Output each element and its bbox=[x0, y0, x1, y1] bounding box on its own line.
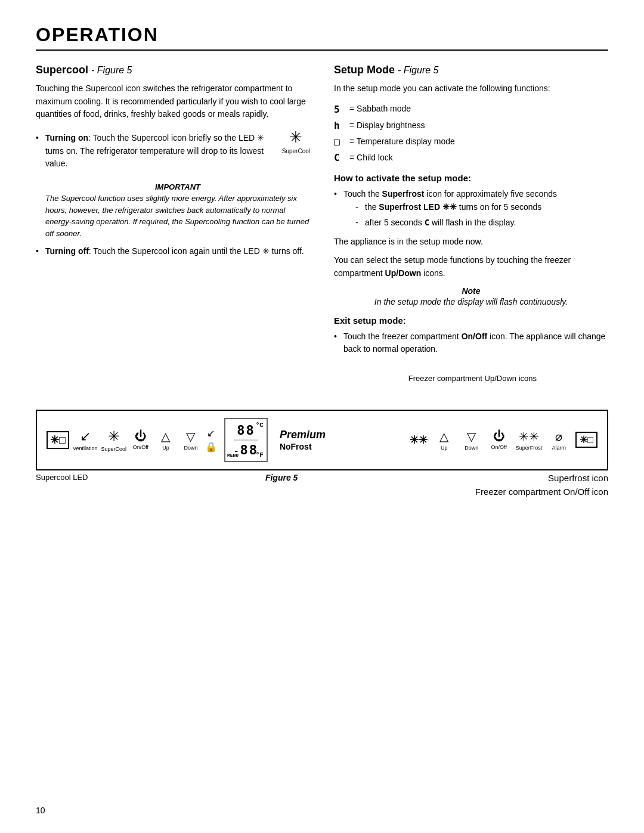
how-to-list: Touch the Superfrost icon for approximat… bbox=[334, 188, 608, 229]
symbol-brightness: h = Display brightness bbox=[334, 117, 608, 134]
appliance-text: The appliance is in the setup mode now. bbox=[334, 236, 608, 249]
alarm-lock-box: ✳□ bbox=[575, 432, 597, 448]
ventilation-icon: ↙ Ventilation bbox=[73, 429, 98, 451]
note-box: Note In the setup mode the display will … bbox=[334, 286, 608, 308]
note-title: Note bbox=[334, 286, 608, 296]
how-to-item: Touch the Superfrost icon for approximat… bbox=[334, 188, 608, 229]
setup-intro: In the setup mode you can activate the f… bbox=[334, 82, 608, 95]
sub-bullet-list: the Superfrost LED ✳✳ turns on for 5 sec… bbox=[355, 201, 608, 229]
exit-item: Touch the freezer compartment On/Off ico… bbox=[334, 330, 608, 356]
premium-label: Premium NoFrost bbox=[280, 429, 326, 451]
down-icon: ▽ Down bbox=[180, 429, 202, 451]
left-icons-group: ✳□ ↙ Ventilation ✳ SuperCool ⏻ On/Off △ … bbox=[47, 428, 217, 453]
symbol-temp-mode: □ = Temperature display mode bbox=[334, 134, 608, 150]
supercool-led-callout: Supercool LED bbox=[36, 473, 88, 482]
supercool-icon-label: SuperCool bbox=[282, 148, 310, 154]
figure-caption-area: Figure 5 bbox=[265, 473, 298, 482]
ventilation-supercool-icon: ✳□ bbox=[47, 431, 69, 449]
left-column: Supercool - Figure 5 Touching the Superc… bbox=[36, 64, 310, 362]
note-text: In the setup mode the display will flash… bbox=[334, 296, 608, 308]
sub-bullet-led: the Superfrost LED ✳✳ turns on for 5 sec… bbox=[355, 201, 608, 214]
display-box: °C 88 -88 MENU °F bbox=[224, 418, 268, 462]
title-text: Operation bbox=[36, 24, 159, 45]
superfrost-icon: ✳✳ SuperFrost bbox=[516, 429, 543, 451]
page-number: 10 bbox=[36, 806, 45, 815]
turning-off-item: Turning off: Touch the Supercool icon ag… bbox=[36, 245, 310, 258]
symbol-list: 5 = Sabbath mode h = Display brightness … bbox=[334, 101, 608, 166]
top-callout-label: Freezer compartment Up/Down icons bbox=[408, 374, 537, 383]
select-text: You can select the setup mode functions … bbox=[334, 254, 608, 280]
important-box: IMPORTANT The Supercool function uses sl… bbox=[45, 182, 310, 239]
alarm-icon: ⌀ Alarm bbox=[548, 429, 569, 451]
freezer-up-icon: △ Up bbox=[434, 429, 455, 451]
right-column: Setup Mode - Figure 5 In the setup mode … bbox=[334, 64, 608, 362]
exit-heading: Exit setup mode: bbox=[334, 315, 608, 326]
freezer-onoff-icon: ⏻ On/Off bbox=[488, 429, 510, 450]
exit-list: Touch the freezer compartment On/Off ico… bbox=[334, 330, 608, 356]
sub-bullet-flash: after 5 seconds C will flash in the disp… bbox=[355, 216, 608, 230]
symbol-sabbath: 5 = Sabbath mode bbox=[334, 101, 608, 117]
supercool-icon: ✳ SuperCool bbox=[101, 428, 126, 452]
temp-unit-f: °F bbox=[256, 451, 264, 459]
symbol-child-lock: C = Child lock bbox=[334, 150, 608, 166]
superfrost-led-indicator: ✳✳ bbox=[410, 433, 428, 447]
menu-label: MENU bbox=[227, 453, 239, 458]
bottom-callouts: Supercool LED Figure 5 Superfrost icon F… bbox=[36, 473, 608, 497]
how-to-heading: How to activate the setup mode: bbox=[334, 173, 608, 183]
figure-diagram: Freezer compartment Up/Down icons ✳□ ↙ V… bbox=[36, 374, 608, 497]
temp-unit-c: °C bbox=[256, 422, 264, 429]
supercool-heading: Supercool - Figure 5 bbox=[36, 64, 310, 76]
setup-mode-heading: Setup Mode - Figure 5 bbox=[334, 64, 608, 76]
important-title: IMPORTANT bbox=[45, 182, 310, 191]
superfrost-icon-callout: Superfrost icon bbox=[548, 473, 608, 483]
freezer-down-icon: ▽ Down bbox=[461, 429, 482, 451]
right-icons-group: ✳✳ △ Up ▽ Down ⏻ On/Off ✳✳ SuperFrost bbox=[410, 429, 597, 451]
control-panel: ✳□ ↙ Ventilation ✳ SuperCool ⏻ On/Off △ … bbox=[36, 410, 608, 470]
important-text: The Supercool function uses slightly mor… bbox=[45, 193, 310, 239]
premium-area: Premium NoFrost bbox=[275, 429, 326, 451]
figure-caption: Figure 5 bbox=[265, 473, 298, 482]
extra-small-icons: ↙ 🔒 bbox=[205, 428, 217, 453]
up-icon: △ Up bbox=[155, 429, 177, 451]
freezer-onoff-callout: Freezer compartment On/Off icon bbox=[475, 487, 608, 497]
supercool-intro: Touching the Supercool icon switches the… bbox=[36, 82, 310, 121]
supercool-snowflake-icon: ✳ bbox=[289, 128, 302, 147]
turning-on-item: Turning on: Touch the Supercool icon bri… bbox=[36, 132, 276, 171]
onoff-icon: ⏻ On/Off bbox=[130, 429, 151, 450]
display-top-row: 88 bbox=[234, 423, 258, 438]
page-title: Operation bbox=[36, 24, 608, 51]
right-callouts: Superfrost icon Freezer compartment On/O… bbox=[475, 473, 608, 497]
